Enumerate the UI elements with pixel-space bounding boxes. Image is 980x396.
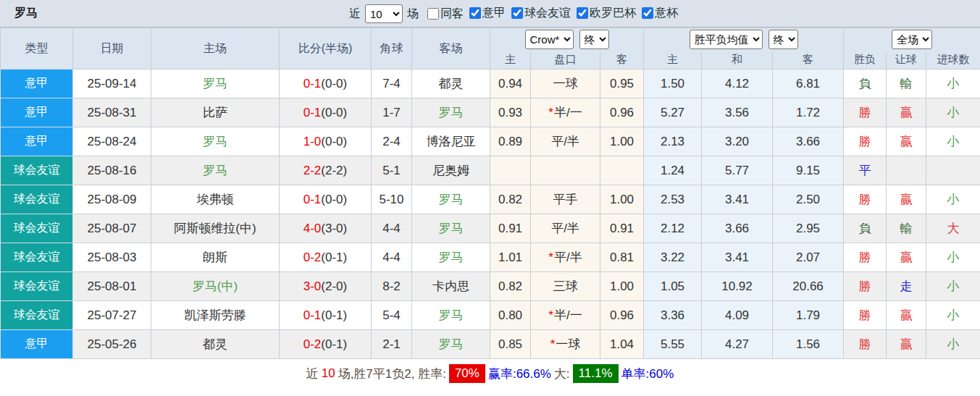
home-odds-cell: 0.82 (490, 272, 531, 301)
goals-cell (926, 156, 980, 185)
summary-segment: 10 (322, 366, 335, 381)
avg-home-cell: 3.22 (644, 243, 702, 272)
avg-draw-cell: 4.12 (702, 69, 773, 98)
same-away-filter[interactable]: 同客 (422, 7, 464, 22)
handicap-cell (531, 156, 600, 185)
home-odds-cell: 0.89 (490, 127, 531, 156)
avg-home-cell: 1.24 (644, 156, 702, 185)
result-cell: 勝 (844, 330, 887, 359)
spread-result-cell: 贏 (887, 185, 926, 214)
avg-draw-cell: 3.66 (702, 214, 773, 243)
away-team-cell: 卡内思 (412, 272, 490, 301)
date-cell: 25-08-16 (73, 156, 151, 185)
handicap-cell: *一球 (531, 330, 600, 359)
spread-result-cell: 走 (887, 272, 926, 301)
avg-home-cell: 2.13 (644, 127, 702, 156)
spread-result-cell: 輸 (887, 214, 926, 243)
spread-result-cell: 贏 (887, 98, 926, 127)
sub-header-avg-home: 主 (644, 51, 702, 69)
table-header: 类型 日期 主场 比分(半场) 角球 客场 Crow* 终 胜 (1, 28, 980, 69)
spread-result-cell: 贏 (887, 301, 926, 330)
sub-header-odds-away: 客 (600, 51, 644, 69)
away-odds-cell: 0.96 (600, 301, 644, 330)
summary-segment: 赢率:66.6% (488, 366, 551, 382)
result-cell: 勝 (844, 243, 887, 272)
goals-cell: 小 (926, 272, 980, 301)
col-header-corner: 角球 (372, 28, 412, 69)
away-odds-cell: 0.95 (600, 69, 644, 98)
summary-segment: 70% (449, 364, 485, 383)
away-team-cell: 尼奥姆 (412, 156, 490, 185)
league-filter-意甲[interactable]: 意甲 (464, 6, 506, 21)
handicap-cell: 平/半 (531, 127, 600, 156)
home-team-cell: 比萨 (151, 98, 280, 127)
table-row: 意甲25-05-26都灵0-2(0-1)2-1罗马0.85*一球1.045.55… (1, 330, 980, 359)
corner-cell: 7-4 (372, 69, 412, 98)
sub-header-result: 胜负 (844, 51, 887, 69)
odds-time-select[interactable]: 终 (579, 30, 609, 49)
result-cell: 勝 (844, 127, 887, 156)
handicap-cell: 一球 (531, 69, 600, 98)
sub-header-spread: 让球 (887, 51, 926, 69)
league-filter-球会友谊[interactable]: 球会友谊 (506, 6, 571, 21)
avg-time-select[interactable]: 终 (768, 30, 798, 49)
avg-away-cell: 9.15 (773, 156, 844, 185)
scope-select[interactable]: 全场 (892, 30, 932, 49)
home-team-cell: 阿斯顿维拉(中) (151, 214, 280, 243)
recent-count-select[interactable]: 10 (365, 4, 403, 23)
score-cell: 1-0(0-0) (280, 127, 372, 156)
type-cell: 球会友谊 (1, 301, 73, 330)
avg-home-cell: 5.55 (644, 330, 702, 359)
corner-cell: 5-1 (372, 156, 412, 185)
type-cell: 意甲 (1, 330, 73, 359)
league-filter-意杯[interactable]: 意杯 (636, 6, 678, 21)
home-team-cell: 朗斯 (151, 243, 280, 272)
goals-cell: 小 (926, 69, 980, 98)
table-row: 意甲25-08-24罗马1-0(0-0)2-4博洛尼亚0.89平/半1.002.… (1, 127, 980, 156)
corner-cell: 2-1 (372, 330, 412, 359)
away-odds-cell: 0.96 (600, 98, 644, 127)
league-checkbox[interactable] (469, 7, 481, 19)
league-checkbox[interactable] (642, 7, 653, 19)
date-cell: 25-08-31 (73, 98, 151, 127)
type-cell: 意甲 (1, 69, 73, 98)
handicap-cell: 平/半 (531, 214, 600, 243)
avg-home-cell: 1.05 (644, 272, 702, 301)
avg-away-cell: 1.56 (773, 330, 844, 359)
league-checkbox[interactable] (511, 7, 523, 19)
home-odds-cell: 0.91 (490, 214, 531, 243)
away-team-cell: 罗马 (412, 301, 490, 330)
col-header-date: 日期 (73, 28, 151, 69)
avg-group-header: 胜平负均值 终 (644, 28, 844, 51)
league-filter-欧罗巴杯[interactable]: 欧罗巴杯 (571, 6, 636, 21)
away-odds-cell: 0.81 (600, 243, 644, 272)
type-cell: 球会友谊 (1, 185, 73, 214)
same-away-label: 同客 (440, 7, 464, 22)
same-away-checkbox[interactable] (427, 8, 439, 20)
away-team-cell: 都灵 (412, 69, 490, 98)
odds-provider-select[interactable]: Crow* (525, 30, 574, 49)
corner-cell: 5-10 (372, 185, 412, 214)
league-checkbox[interactable] (577, 7, 588, 19)
result-cell: 負 (844, 214, 887, 243)
away-team-cell: 罗马 (412, 243, 490, 272)
page-title: 罗马 (14, 6, 38, 21)
away-odds-cell: 1.00 (600, 185, 644, 214)
handicap-cell: *平/半 (531, 243, 600, 272)
filter-controls: 近 10 场 同客 意甲球会友谊欧罗巴杯意杯 (346, 0, 678, 28)
avg-draw-cell: 3.41 (702, 243, 773, 272)
result-cell: 負 (844, 69, 887, 98)
avg-type-select[interactable]: 胜平负均值 (690, 30, 763, 49)
home-team-cell: 罗马 (151, 156, 280, 185)
avg-draw-cell: 4.27 (702, 330, 773, 359)
avg-away-cell: 2.07 (773, 243, 844, 272)
away-odds-cell (600, 156, 644, 185)
spread-result-cell (887, 156, 926, 185)
table-row: 球会友谊25-08-03朗斯0-2(0-1)4-4罗马1.01*平/半0.813… (1, 243, 980, 272)
table-row: 球会友谊25-08-07阿斯顿维拉(中)4-0(3-0)4-4罗马0.91平/半… (1, 214, 980, 243)
recent-label: 近 (349, 7, 361, 22)
handicap-cell: *半/一 (531, 98, 600, 127)
top-bar: 罗马 近 10 场 同客 意甲球会友谊欧罗巴杯意杯 (0, 0, 980, 28)
away-odds-cell: 0.91 (600, 214, 644, 243)
col-header-type: 类型 (1, 28, 73, 69)
